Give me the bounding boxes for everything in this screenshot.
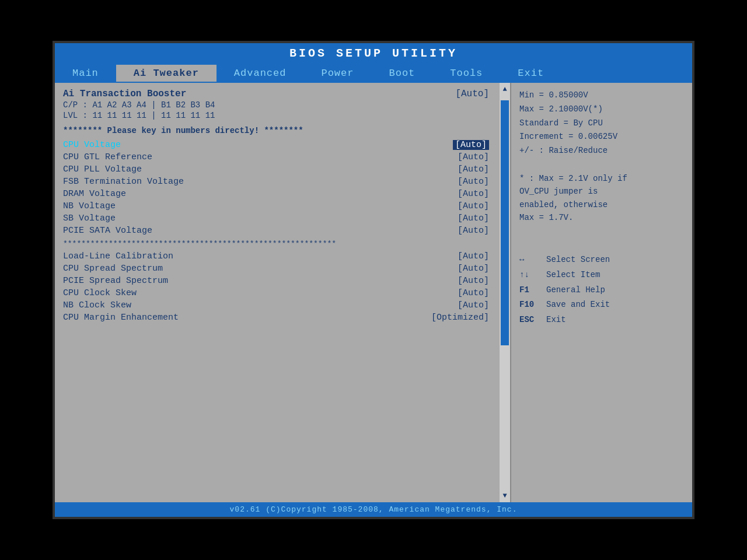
row-cpu-pll[interactable]: CPU PLL Voltage [Auto] (63, 163, 502, 176)
nav-bar: MainAi TweakerAdvancedPowerBootToolsExit (55, 64, 692, 83)
bios-screen: BIOS SETUP UTILITY MainAi TweakerAdvance… (53, 41, 694, 519)
nav-item-ai-tweaker[interactable]: Ai Tweaker (116, 65, 217, 82)
cpu-spread-label: CPU Spread Spectrum (63, 264, 163, 274)
row-cpu-margin[interactable]: CPU Margin Enhancement [Optimized] (63, 312, 502, 324)
footer: v02.61 (C)Copyright 1985-2008, American … (55, 502, 692, 517)
cpu-pll-value: [Auto] (458, 164, 489, 174)
key-general-help: F1 General Help (519, 284, 684, 298)
scroll-down-arrow[interactable]: ▼ (502, 492, 507, 500)
cpu-gtl-label: CPU GTL Reference (63, 152, 152, 162)
row-nb[interactable]: NB Voltage [Auto] (63, 200, 502, 212)
nb-clock-value: [Auto] (458, 300, 489, 310)
dram-value: [Auto] (458, 189, 489, 199)
scrollbar[interactable]: ▲ ▼ (500, 83, 510, 502)
pcie-sata-value: [Auto] (458, 226, 489, 236)
row-load-line[interactable]: Load-Line Calibration [Auto] (63, 250, 502, 262)
plusminus-value: +/- : Raise/Reduce (519, 144, 684, 158)
nav-item-exit[interactable]: Exit (500, 65, 561, 82)
cpu-clock-value: [Auto] (458, 288, 489, 298)
key-save-exit: F10 Save and Exit (519, 298, 684, 312)
key-select-item: ↑↓ Select Item (519, 268, 684, 282)
min-value: Min = 0.85000V (519, 89, 684, 103)
row-nb-clock[interactable]: NB Clock Skew [Auto] (63, 299, 502, 312)
row-fsb[interactable]: FSB Termination Voltage [Auto] (63, 176, 502, 188)
cpu-clock-label: CPU Clock Skew (63, 288, 137, 298)
booster-value: [Auto] (455, 89, 489, 99)
cpu-spread-value: [Auto] (458, 264, 489, 274)
nb-label: NB Voltage (63, 201, 116, 211)
standard-value: Standard = By CPU (519, 117, 684, 131)
row-pcie-spread[interactable]: PCIE Spread Spectrum [Auto] (63, 275, 502, 287)
row-dram[interactable]: DRAM Voltage [Auto] (63, 188, 502, 200)
cpu-pll-label: CPU PLL Voltage (63, 164, 142, 174)
dram-label: DRAM Voltage (63, 189, 126, 199)
load-line-label: Load-Line Calibration (63, 251, 173, 261)
row-sb[interactable]: SB Voltage [Auto] (63, 212, 502, 225)
nav-item-main[interactable]: Main (55, 65, 116, 82)
left-panel: ▲ ▼ Ai Transaction Booster [Auto] C/P : … (55, 83, 511, 502)
fsb-label: FSB Termination Voltage (63, 177, 184, 187)
row-cpu-clock[interactable]: CPU Clock Skew [Auto] (63, 287, 502, 299)
increment-value: Increment = 0.00625V (519, 130, 684, 144)
separator: ****************************************… (63, 239, 489, 248)
sb-label: SB Voltage (63, 214, 116, 223)
booster-label: Ai Transaction Booster (63, 89, 186, 99)
footer-text: v02.61 (C)Copyright 1985-2008, American … (230, 505, 518, 514)
row-cpu-spread[interactable]: CPU Spread Spectrum [Auto] (63, 262, 502, 275)
max-value: Max = 2.10000V(*) (519, 103, 684, 117)
title-bar: BIOS SETUP UTILITY (55, 43, 692, 64)
pcie-spread-label: PCIE Spread Spectrum (63, 276, 168, 286)
cpu-voltage-label: CPU Voltage (63, 140, 121, 150)
pcie-sata-label: PCIE SATA Voltage (63, 226, 152, 236)
nav-item-power[interactable]: Power (303, 65, 371, 82)
nav-item-advanced[interactable]: Advanced (217, 65, 304, 82)
nb-value: [Auto] (458, 201, 489, 211)
warning-text: ******** Please key in numbers directly!… (63, 126, 502, 135)
cpu-voltage-value: [Auto] (453, 140, 489, 150)
lvl-line: LVL : 11 11 11 11 | 11 11 11 11 (63, 111, 502, 120)
cpu-margin-label: CPU Margin Enhancement (63, 313, 179, 323)
right-panel: Min = 0.85000V Max = 2.10000V(*) Standar… (511, 83, 692, 502)
cpu-margin-value: [Optimized] (431, 313, 489, 323)
note-text: * : Max = 2.1V only if OV_CPU jumper is … (519, 172, 684, 225)
row-cpu-gtl[interactable]: CPU GTL Reference [Auto] (63, 151, 502, 163)
right-info: Min = 0.85000V Max = 2.10000V(*) Standar… (519, 89, 684, 327)
key-select-screen: ↔ Select Screen (519, 253, 684, 267)
scrollbar-thumb[interactable] (501, 100, 509, 345)
nb-clock-label: NB Clock Skew (63, 300, 131, 310)
bios-title: BIOS SETUP UTILITY (289, 47, 458, 60)
nav-item-tools[interactable]: Tools (432, 65, 500, 82)
fsb-value: [Auto] (458, 177, 489, 187)
main-area: ▲ ▼ Ai Transaction Booster [Auto] C/P : … (55, 83, 692, 502)
sb-value: [Auto] (458, 214, 489, 223)
cp-line: C/P : A1 A2 A3 A4 | B1 B2 B3 B4 (63, 100, 502, 110)
cpu-gtl-value: [Auto] (458, 152, 489, 162)
row-pcie-sata[interactable]: PCIE SATA Voltage [Auto] (63, 225, 502, 237)
nav-item-boot[interactable]: Boot (371, 65, 432, 82)
load-line-value: [Auto] (458, 251, 489, 261)
scroll-up-arrow[interactable]: ▲ (502, 85, 507, 93)
booster-row: Ai Transaction Booster [Auto] (63, 89, 502, 99)
pcie-spread-value: [Auto] (458, 276, 489, 286)
key-exit: ESC Exit (519, 313, 684, 327)
row-cpu-voltage[interactable]: CPU Voltage [Auto] (63, 139, 502, 151)
